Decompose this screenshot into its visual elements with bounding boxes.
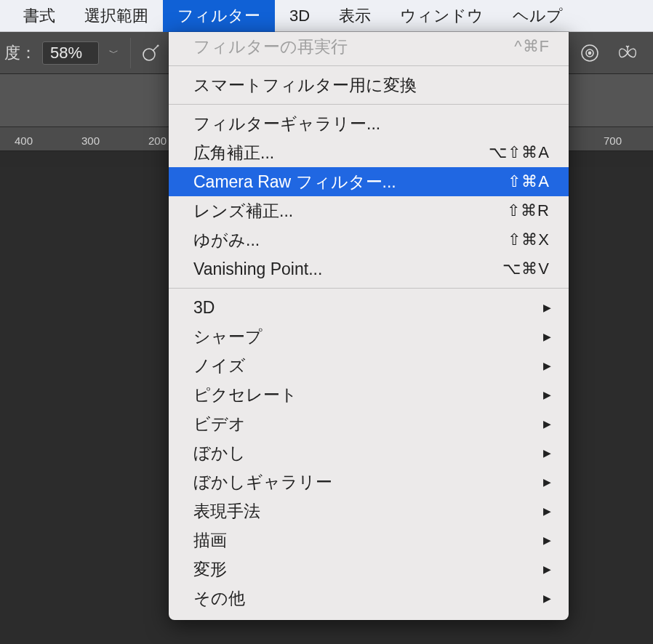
submenu-stylize-label: 表現手法 bbox=[193, 500, 550, 522]
menu-re-run-filter-label: フィルターの再実行 bbox=[193, 36, 514, 57]
menu-wide-angle-label: 広角補正... bbox=[193, 142, 489, 164]
opacity-label: 度： bbox=[4, 42, 36, 64]
menu-wide-angle[interactable]: 広角補正... ⌥⇧⌘A bbox=[169, 138, 569, 167]
submenu-blur-gallery[interactable]: ぼかしギャラリー bbox=[169, 467, 569, 496]
menu-divider-1 bbox=[169, 65, 569, 66]
menu-format[interactable]: 書式 bbox=[9, 0, 70, 32]
menu-liquify-label: ゆがみ... bbox=[193, 229, 508, 251]
menu-liquify-shortcut: ⇧⌘X bbox=[508, 229, 550, 251]
menu-re-run-filter-shortcut: ^⌘F bbox=[514, 36, 550, 57]
submenu-3d-label: 3D bbox=[193, 297, 550, 318]
submenu-noise[interactable]: ノイズ bbox=[169, 351, 569, 380]
brush-pressure-icon[interactable] bbox=[138, 41, 163, 65]
menu-vanishing-point[interactable]: Vanishing Point... ⌥⌘V bbox=[169, 254, 569, 283]
menu-divider-3 bbox=[169, 288, 569, 289]
menu-lens-correction[interactable]: レンズ補正... ⇧⌘R bbox=[169, 196, 569, 225]
menu-convert-smart-filter[interactable]: スマートフィルター用に変換 bbox=[169, 71, 569, 100]
menu-camera-raw-filter-label: Camera Raw フィルター... bbox=[193, 171, 508, 193]
submenu-render[interactable]: 描画 bbox=[169, 526, 569, 555]
menu-camera-raw-filter-shortcut: ⇧⌘A bbox=[508, 171, 550, 193]
submenu-sharpen-label: シャープ bbox=[193, 326, 550, 347]
options-separator bbox=[130, 38, 131, 68]
menu-filter-gallery[interactable]: フィルターギャラリー... bbox=[169, 109, 569, 138]
menu-filter[interactable]: フィルター bbox=[163, 0, 275, 32]
menu-window[interactable]: ウィンドウ bbox=[385, 0, 498, 32]
opacity-dropdown-chevron-icon[interactable]: ﹀ bbox=[105, 47, 123, 60]
submenu-blur-label: ぼかし bbox=[193, 442, 550, 464]
opacity-value-box[interactable]: 58% bbox=[42, 41, 99, 65]
submenu-blur-gallery-label: ぼかしギャラリー bbox=[193, 471, 550, 493]
submenu-distort-label: 変形 bbox=[193, 558, 550, 580]
opacity-field: 度： 58% ﹀ bbox=[0, 41, 123, 65]
submenu-video[interactable]: ビデオ bbox=[169, 409, 569, 438]
submenu-sharpen[interactable]: シャープ bbox=[169, 322, 569, 351]
menubar: 書式 選択範囲 フィルター 3D 表示 ウィンドウ ヘルプ bbox=[0, 0, 653, 32]
menu-convert-smart-filter-label: スマートフィルター用に変換 bbox=[193, 74, 550, 96]
submenu-pixelate-label: ピクセレート bbox=[193, 384, 550, 406]
menu-vanishing-point-label: Vanishing Point... bbox=[193, 258, 502, 280]
ruler-tick-300: 300 bbox=[81, 134, 100, 147]
submenu-pixelate[interactable]: ピクセレート bbox=[169, 380, 569, 409]
filter-menu-dropdown: フィルターの再実行 ^⌘F スマートフィルター用に変換 フィルターギャラリー..… bbox=[169, 32, 569, 620]
menu-camera-raw-filter[interactable]: Camera Raw フィルター... ⇧⌘A bbox=[169, 167, 569, 196]
menu-help[interactable]: ヘルプ bbox=[498, 0, 577, 32]
menu-liquify[interactable]: ゆがみ... ⇧⌘X bbox=[169, 225, 569, 254]
menu-3d[interactable]: 3D bbox=[275, 0, 324, 32]
ruler-tick-200: 200 bbox=[148, 134, 167, 147]
menu-re-run-filter: フィルターの再実行 ^⌘F bbox=[169, 32, 569, 61]
submenu-render-label: 描画 bbox=[193, 529, 550, 551]
butterfly-icon[interactable] bbox=[615, 41, 640, 65]
menu-wide-angle-shortcut: ⌥⇧⌘A bbox=[489, 142, 550, 164]
submenu-stylize[interactable]: 表現手法 bbox=[169, 496, 569, 526]
ruler-tick-400: 400 bbox=[15, 134, 33, 147]
submenu-distort[interactable]: 変形 bbox=[169, 555, 569, 584]
target-icon[interactable] bbox=[577, 41, 602, 65]
submenu-other[interactable]: その他 bbox=[169, 584, 569, 613]
submenu-noise-label: ノイズ bbox=[193, 355, 550, 377]
menu-vanishing-point-shortcut: ⌥⌘V bbox=[502, 258, 550, 280]
submenu-video-label: ビデオ bbox=[193, 413, 550, 435]
menu-view[interactable]: 表示 bbox=[324, 0, 385, 32]
menu-select[interactable]: 選択範囲 bbox=[70, 0, 163, 32]
menu-filter-gallery-label: フィルターギャラリー... bbox=[193, 113, 550, 134]
svg-point-3 bbox=[588, 52, 590, 54]
menu-divider-2 bbox=[169, 104, 569, 105]
ruler-tick-700: 700 bbox=[604, 134, 622, 147]
submenu-other-label: その他 bbox=[193, 587, 550, 609]
submenu-blur[interactable]: ぼかし bbox=[169, 438, 569, 467]
menu-lens-correction-shortcut: ⇧⌘R bbox=[507, 200, 550, 222]
menu-lens-correction-label: レンズ補正... bbox=[193, 200, 507, 222]
submenu-3d[interactable]: 3D bbox=[169, 293, 569, 322]
